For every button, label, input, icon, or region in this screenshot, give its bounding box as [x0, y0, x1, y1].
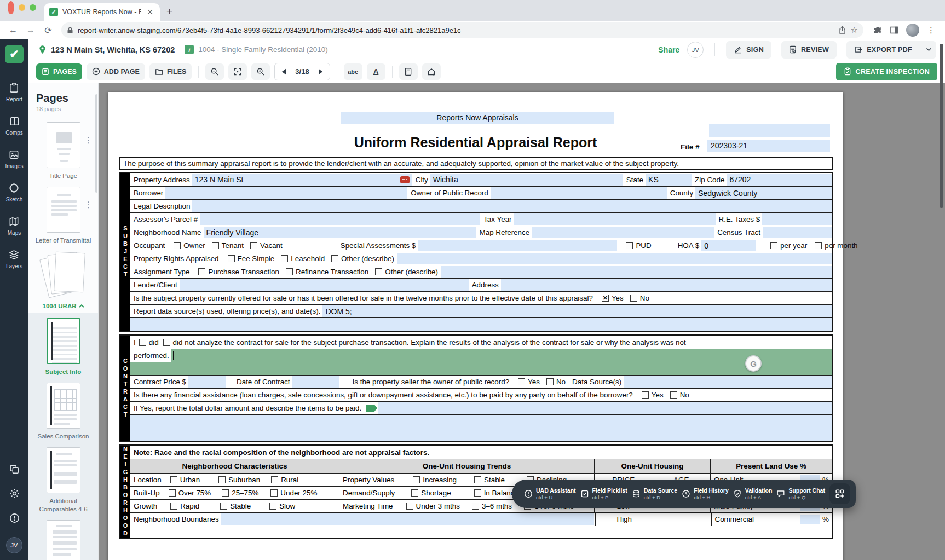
- page-thumbnail-letter-of-transmittal[interactable]: ⋮ Letter of Transmittal: [28, 182, 98, 247]
- comment-indicator-icon[interactable]: [400, 176, 410, 183]
- pud-checkbox[interactable]: [626, 242, 633, 249]
- export-options-chevron-icon[interactable]: [926, 48, 932, 51]
- location-rural-checkbox[interactable]: [271, 476, 278, 483]
- spellcheck-button[interactable]: abc: [344, 63, 362, 80]
- home-value-button[interactable]: [422, 63, 441, 80]
- create-inspection-button[interactable]: CREATE INSPECTION: [836, 63, 937, 80]
- demand-inbalance-checkbox[interactable]: [474, 489, 481, 497]
- field-history-button[interactable]: Field Historyctrl + H: [682, 487, 729, 501]
- fee-simple-checkbox[interactable]: [228, 255, 235, 262]
- date-of-contract-field[interactable]: [292, 376, 339, 388]
- builtup-25-75-checkbox[interactable]: [222, 489, 229, 497]
- refinance-transaction-checkbox[interactable]: [286, 268, 293, 275]
- re-taxes-field[interactable]: [762, 213, 832, 225]
- tab-close-icon[interactable]: ✕: [146, 8, 154, 16]
- text-format-button[interactable]: A: [367, 63, 385, 80]
- export-pdf-button[interactable]: EXPORT PDF: [846, 41, 936, 59]
- page-group-1004-urar[interactable]: 1004 URAR: [28, 247, 98, 313]
- voxtur-logo-icon[interactable]: ✔: [5, 45, 24, 63]
- collapse-chevron-icon[interactable]: [79, 304, 84, 308]
- purchase-transaction-checkbox[interactable]: [198, 268, 205, 275]
- side-panel-icon[interactable]: [890, 26, 898, 34]
- add-page-button[interactable]: ADD PAGE: [87, 63, 145, 80]
- data-source-button[interactable]: Data Sourcectrl + D: [632, 487, 677, 501]
- occupant-vacant-checkbox[interactable]: [250, 242, 257, 249]
- rights-other-field[interactable]: [397, 253, 832, 264]
- support-chat-button[interactable]: Support Chatctrl + Q: [776, 487, 825, 501]
- did-checkbox[interactable]: [139, 339, 146, 346]
- lender-client-field[interactable]: [180, 279, 469, 291]
- page-thumbnail-sales-comparison[interactable]: Sales Comparison: [36, 378, 91, 443]
- contract-price-field[interactable]: [188, 376, 226, 388]
- field-tag-icon[interactable]: [366, 405, 377, 412]
- contract-analysis-textarea-line2[interactable]: [130, 362, 832, 375]
- review-button[interactable]: REVIEW: [781, 41, 837, 59]
- settings-gear-icon[interactable]: [9, 488, 20, 499]
- builtup-under25-checkbox[interactable]: [270, 489, 278, 497]
- sidebar-item-maps[interactable]: Maps: [8, 216, 21, 236]
- contract-blank-row-1[interactable]: [130, 414, 832, 428]
- zoom-out-button[interactable]: [205, 63, 224, 80]
- contract-analysis-textarea[interactable]: [171, 349, 832, 362]
- offered-no-checkbox[interactable]: [630, 295, 637, 302]
- marketing-under3-checkbox[interactable]: [406, 503, 413, 510]
- bookmark-star-icon[interactable]: ☆: [851, 25, 858, 35]
- company-name-field[interactable]: Reports Now Appraisals: [341, 112, 614, 124]
- file-number-field[interactable]: 202303-21: [707, 140, 830, 152]
- builtup-over75-checkbox[interactable]: [169, 489, 176, 497]
- sidebar-item-report[interactable]: Report: [6, 82, 22, 102]
- contract-data-source-field[interactable]: [624, 376, 832, 388]
- page-thumbnail-additional-comparables[interactable]: Additional Comparables 4-6: [28, 443, 98, 516]
- did-not-checkbox[interactable]: [163, 339, 170, 346]
- report-data-source-overflow-row[interactable]: [130, 317, 832, 331]
- reload-icon[interactable]: ⟳: [41, 22, 56, 38]
- report-data-source-field[interactable]: DOM 5;: [322, 305, 832, 317]
- legal-description-field[interactable]: [192, 200, 832, 212]
- location-suburban-checkbox[interactable]: [218, 476, 226, 483]
- hoa-field[interactable]: 0: [701, 240, 756, 251]
- lender-address-field[interactable]: [501, 279, 832, 291]
- commercial-percent-field[interactable]: [800, 515, 820, 524]
- assistance-no-checkbox[interactable]: [670, 391, 677, 399]
- location-urban-checkbox[interactable]: [170, 476, 177, 483]
- page-thumbnail-additional[interactable]: Additional: [47, 516, 80, 560]
- sidebar-item-images[interactable]: Images: [5, 149, 24, 169]
- form-info-icon[interactable]: i: [185, 45, 194, 54]
- per-month-checkbox[interactable]: [815, 242, 822, 249]
- contract-blank-row-2[interactable]: [130, 428, 832, 441]
- calculator-button[interactable]: [399, 63, 418, 80]
- fit-to-screen-button[interactable]: [228, 63, 247, 80]
- demand-shortage-checkbox[interactable]: [411, 489, 418, 497]
- special-assessments-field[interactable]: [418, 240, 617, 251]
- pages-panel-scrollbar[interactable]: [95, 94, 97, 193]
- marketing-3-6-checkbox[interactable]: [472, 503, 479, 510]
- apps-grid-button[interactable]: [829, 483, 850, 504]
- per-year-checkbox[interactable]: [770, 242, 777, 249]
- browser-tab[interactable]: ✓ VOXTUR Reports Now - Form ✕: [44, 3, 160, 21]
- map-reference-field[interactable]: [532, 227, 714, 238]
- sidebar-item-comps[interactable]: Comps: [5, 116, 23, 136]
- occupant-tenant-checkbox[interactable]: [212, 242, 219, 249]
- next-page-icon[interactable]: [318, 68, 323, 75]
- page-thumbnail-subject-info[interactable]: Subject Info: [43, 318, 84, 378]
- sidebar-item-layers[interactable]: Layers: [6, 249, 22, 269]
- county-field[interactable]: Sedgwick County: [695, 187, 832, 199]
- shared-user-avatar[interactable]: JV: [687, 42, 704, 58]
- growth-rapid-checkbox[interactable]: [170, 503, 177, 510]
- zoom-in-button[interactable]: [251, 63, 270, 80]
- assignment-other-field[interactable]: [441, 266, 832, 278]
- values-increasing-checkbox[interactable]: [413, 476, 420, 483]
- city-field[interactable]: Wichita: [430, 174, 623, 186]
- borrower-field[interactable]: [165, 187, 407, 199]
- occupant-owner-checkbox[interactable]: [174, 242, 181, 249]
- duplicate-pages-button[interactable]: [9, 464, 20, 475]
- seller-no-checkbox[interactable]: [546, 378, 554, 385]
- page-thumbnail-title-page[interactable]: ⋮ Title Page: [28, 118, 98, 182]
- neighborhood-boundaries-field[interactable]: [221, 513, 594, 525]
- parcel-field[interactable]: [200, 213, 480, 225]
- forward-icon[interactable]: →: [23, 22, 38, 38]
- new-tab-button[interactable]: +: [160, 5, 172, 21]
- window-scrollbar-thumb[interactable]: [940, 44, 943, 208]
- share-page-icon[interactable]: [838, 26, 846, 34]
- property-address-field[interactable]: 123 N Main St: [192, 174, 412, 186]
